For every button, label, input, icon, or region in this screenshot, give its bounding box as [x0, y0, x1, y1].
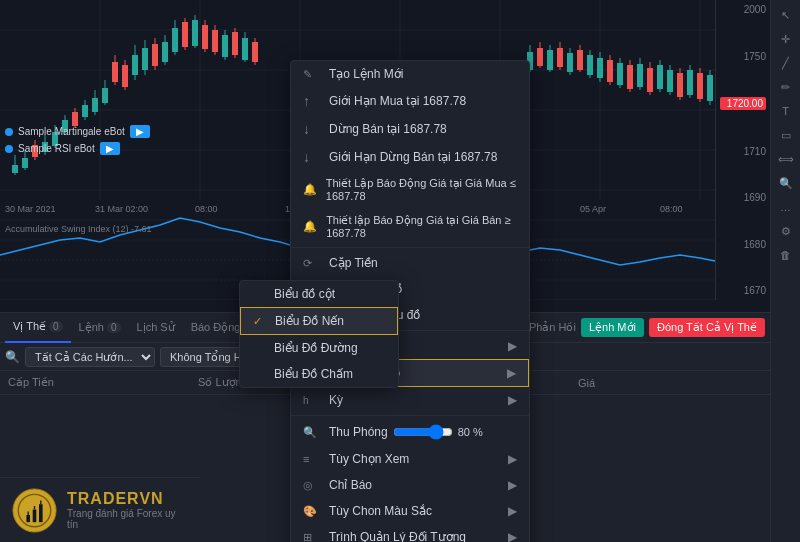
menu-alert-sell[interactable]: 🔔 Thiết lập Báo Động Giá tại Giá Bán ≥ 1…	[291, 208, 529, 245]
bieu-do-duong-label: Biểu Đồ Đường	[274, 341, 358, 355]
menu-cap-tien-label: Cặp Tiền	[329, 256, 378, 270]
bot-item-1: Sample Martingale eBot ▶	[5, 125, 150, 138]
menu-stop-sell[interactable]: ↓ Dừng Bán tại 1687.78	[291, 115, 529, 143]
menu-thu-phong[interactable]: 🔍 Thu Phóng 80 %	[291, 418, 529, 446]
menu-ky[interactable]: h Kỳ ▶	[291, 387, 529, 413]
btn-new-order[interactable]: Lệnh Mới	[581, 318, 644, 337]
svg-rect-30	[92, 98, 98, 112]
svg-rect-48	[182, 22, 188, 47]
limit-buy-icon: ↑	[303, 93, 321, 109]
quan-ly-icon: ⊞	[303, 531, 321, 543]
svg-rect-38	[132, 55, 138, 75]
tuy-chon-xem-icon: ≡	[303, 453, 321, 465]
tuy-chon-mau-icon: 🎨	[303, 505, 321, 518]
menu-chi-bao[interactable]: ◎ Chỉ Báo ▶	[291, 472, 529, 498]
svg-text:31 Mar 02:00: 31 Mar 02:00	[95, 204, 148, 214]
svg-rect-78	[597, 58, 603, 78]
toolbar-line[interactable]: ╱	[775, 52, 797, 74]
cap-tien-icon: ⟳	[303, 257, 321, 270]
bieu-do-cot-label: Biểu đồ cột	[274, 287, 335, 301]
filter-all-select[interactable]: Tất Cả Các Hướn...	[25, 347, 155, 367]
menu-cap-tien[interactable]: ⟳ Cặp Tiền	[291, 250, 529, 276]
menu-tuy-chon-xem[interactable]: ≡ Tùy Chọn Xem ▶	[291, 446, 529, 472]
zoom-value: 80 %	[458, 426, 483, 438]
bieu-do-cham-label: Biểu Đồ Chấm	[274, 367, 353, 381]
toolbar-measure[interactable]: ⟺	[775, 148, 797, 170]
mau-arrow: ▶	[508, 339, 517, 353]
separator-3	[291, 415, 529, 416]
menu-tuy-chon-xem-label: Tùy Chọn Xem	[329, 452, 409, 466]
loai-bieu-do-arrow: ▶	[507, 366, 516, 380]
submenu-bieu-do-duong[interactable]: ✓ Biểu Đồ Đường	[240, 335, 398, 361]
toolbar-zoom[interactable]: 🔍	[775, 172, 797, 194]
svg-rect-92	[667, 70, 673, 92]
svg-rect-16	[22, 158, 28, 168]
svg-rect-40	[142, 48, 148, 70]
svg-rect-58	[232, 32, 238, 55]
svg-rect-52	[202, 25, 208, 49]
svg-rect-100	[707, 75, 713, 101]
svg-rect-14	[12, 165, 18, 173]
toolbar-more[interactable]: …	[775, 196, 797, 218]
menu-limit-stop-sell-label: Giới Hạn Dừng Bán tại 1687.78	[329, 150, 497, 164]
menu-quan-ly-label: Trình Quản Lý Đối Tượng	[329, 530, 466, 542]
menu-alert-buy[interactable]: 🔔 Thiết Lập Báo Động Giá tại Giá Mua ≤ 1…	[291, 171, 529, 208]
svg-rect-134	[33, 509, 37, 522]
svg-text:08:00: 08:00	[195, 204, 218, 214]
quan-ly-arrow: ▶	[508, 530, 517, 542]
svg-rect-44	[162, 42, 168, 62]
menu-limit-buy[interactable]: ↑ Giới Hạn Mua tại 1687.78	[291, 87, 529, 115]
menu-create-order[interactable]: ✎ Tạo Lệnh Mới	[291, 61, 529, 87]
svg-text:30 Mar 2021: 30 Mar 2021	[5, 204, 56, 214]
toolbar-settings[interactable]: ⚙	[775, 220, 797, 242]
svg-rect-66	[537, 48, 543, 66]
svg-rect-86	[637, 64, 643, 87]
menu-tuy-chon-mau[interactable]: 🎨 Tùy Chon Màu Sắc ▶	[291, 498, 529, 524]
svg-rect-60	[242, 38, 248, 60]
menu-limit-stop-sell[interactable]: ↓ Giới Hạn Dừng Bán tại 1687.78	[291, 143, 529, 171]
tab-vi-the-label: Vị Thế	[13, 320, 46, 333]
menu-thu-phong-label: Thu Phóng	[329, 425, 388, 439]
submenu-bieu-do-cham[interactable]: ✓ Biểu Đồ Chấm	[240, 361, 398, 387]
price-1670: 1670	[720, 285, 766, 296]
bot-indicator-1	[5, 128, 13, 136]
toolbar-crosshair[interactable]: ✛	[775, 28, 797, 50]
menu-limit-buy-label: Giới Hạn Mua tại 1687.78	[329, 94, 466, 108]
menu-alert-sell-label: Thiết lập Báo Động Giá tại Giá Bán ≥ 168…	[326, 214, 517, 239]
ky-icon: h	[303, 395, 321, 406]
toolbar-delete[interactable]: 🗑	[775, 244, 797, 266]
price-1710: 1710	[720, 146, 766, 157]
svg-rect-82	[617, 63, 623, 85]
svg-rect-42	[152, 44, 158, 66]
toolbar-text[interactable]: T	[775, 100, 797, 122]
svg-rect-90	[657, 65, 663, 89]
svg-rect-28	[82, 105, 88, 117]
tab-vi-the[interactable]: Vị Thế 0	[5, 313, 71, 343]
menu-stop-sell-label: Dừng Bán tại 1687.78	[329, 122, 447, 136]
ky-arrow: ▶	[508, 393, 517, 407]
menu-chi-bao-label: Chỉ Báo	[329, 478, 372, 492]
svg-rect-135	[39, 504, 43, 522]
price-1690: 1690	[720, 192, 766, 203]
submenu-bieu-do-nen[interactable]: ✓ Biểu Đồ Nến	[240, 307, 398, 335]
col-cap-tien: Cấp Tiền	[5, 376, 195, 389]
zoom-slider[interactable]	[393, 424, 453, 440]
toolbar-pen[interactable]: ✏	[775, 76, 797, 98]
logo-title: TRADERVN	[67, 490, 188, 508]
svg-rect-133	[26, 515, 30, 522]
menu-quan-ly[interactable]: ⊞ Trình Quản Lý Đối Tượng ▶	[291, 524, 529, 542]
toolbar-cursor[interactable]: ↖	[775, 4, 797, 26]
tab-lich-su[interactable]: Lịch Sử	[129, 313, 183, 343]
svg-rect-26	[72, 112, 78, 126]
right-toolbar: ↖ ✛ ╱ ✏ T ▭ ⟺ 🔍 … ⚙ 🗑	[770, 0, 800, 542]
price-2000: 2000	[720, 4, 766, 15]
toolbar-rect[interactable]: ▭	[775, 124, 797, 146]
chart-type-submenu: ✓ Biểu đồ cột ✓ Biểu Đồ Nến ✓ Biểu Đồ Đư…	[239, 280, 399, 388]
bot-play-1[interactable]: ▶	[130, 125, 150, 138]
submenu-bieu-do-cot[interactable]: ✓ Biểu đồ cột	[240, 281, 398, 307]
btn-close-all[interactable]: Đóng Tất Cả Vị Thế	[649, 318, 765, 337]
tab-lenh[interactable]: Lệnh 0	[71, 313, 129, 343]
phan-hoi-link[interactable]: Phản Hồi	[529, 321, 576, 334]
bot-indicator-2	[5, 145, 13, 153]
bot-play-2[interactable]: ▶	[100, 142, 120, 155]
